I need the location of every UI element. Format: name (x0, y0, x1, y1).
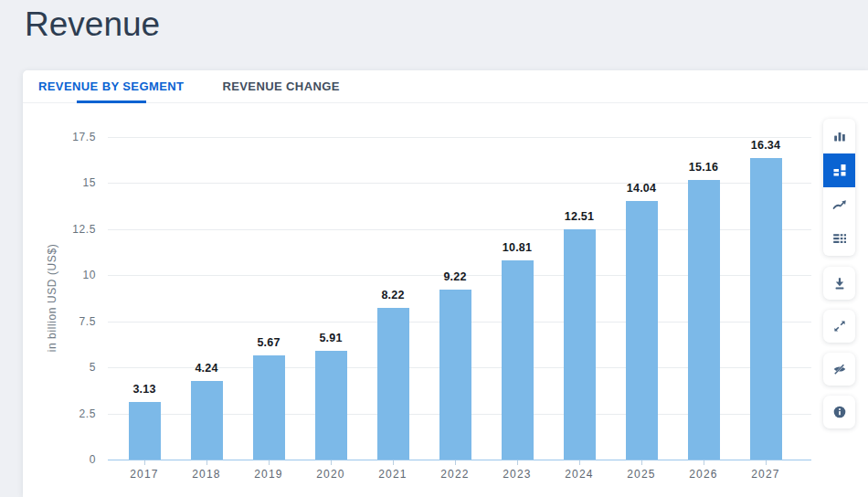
x-axis-tick (579, 460, 580, 465)
eye-off-icon (832, 362, 847, 376)
hide-data-button[interactable] (823, 353, 855, 386)
data-table-icon (832, 231, 847, 246)
page-title: Revenue (25, 5, 160, 44)
bar-2022[interactable] (439, 290, 471, 460)
bar-2020[interactable] (315, 351, 347, 460)
bar-2025[interactable] (626, 201, 658, 460)
x-axis-category-label: 2023 (486, 468, 548, 481)
x-axis-tick (455, 460, 456, 465)
segmented-chart-icon (832, 163, 847, 177)
bar-2027[interactable] (750, 158, 782, 460)
bar-2019[interactable] (253, 355, 285, 460)
chart-card: REVENUE BY SEGMENT REVENUE CHANGE 02.557… (23, 70, 868, 497)
bar-chart: 02.557.51012.51517.53.1320174.2420185.67… (23, 70, 868, 497)
bar-2024[interactable] (564, 229, 596, 460)
y-axis-tick-label: 12.5 (21, 223, 96, 236)
x-axis-category-label: 2017 (113, 468, 175, 481)
segmented-chart-button[interactable] (823, 153, 855, 188)
bar-value-label: 3.13 (117, 383, 172, 396)
x-axis-category-label: 2024 (548, 468, 610, 481)
bar-value-label: 5.91 (303, 332, 358, 344)
x-axis-tick (206, 460, 207, 465)
bar-2021[interactable] (377, 308, 409, 460)
info-button[interactable] (823, 396, 855, 428)
bar-value-label: 8.22 (365, 289, 420, 301)
bar-2023[interactable] (502, 260, 534, 460)
x-axis-tick (766, 460, 767, 465)
x-axis-category-label: 2025 (610, 468, 672, 481)
y-axis-tick-label: 15 (21, 176, 96, 189)
download-icon (832, 276, 847, 291)
x-axis-category-label: 2019 (238, 468, 300, 481)
y-axis-tick-label: 17.5 (21, 131, 96, 143)
x-axis-tick (393, 460, 394, 465)
bar-value-label: 4.24 (179, 362, 234, 375)
x-axis-category-label: 2018 (175, 468, 238, 481)
x-axis-category-label: 2021 (362, 468, 424, 481)
x-axis-tick (331, 460, 332, 465)
gridline (108, 137, 811, 138)
bar-value-label: 12.51 (552, 210, 607, 223)
column-chart-icon (832, 129, 847, 143)
y-axis-tick-label: 0 (21, 453, 96, 466)
download-button[interactable] (823, 267, 855, 300)
bar-value-label: 15.16 (676, 161, 731, 174)
fullscreen-button[interactable] (823, 310, 855, 343)
line-chart-button[interactable] (823, 187, 855, 222)
bar-value-label: 9.22 (428, 270, 482, 283)
info-icon (832, 405, 847, 419)
bar-2017[interactable] (129, 402, 161, 460)
x-axis-category-label: 2027 (735, 468, 797, 481)
x-axis-category-label: 2020 (300, 468, 362, 481)
line-chart-icon (832, 197, 847, 212)
x-axis-tick (704, 460, 704, 465)
y-axis-tick-label: 7.5 (21, 315, 96, 328)
y-axis-title: in billion USD (US$) (46, 234, 58, 362)
data-table-button[interactable] (823, 222, 855, 257)
x-axis-category-label: 2026 (672, 468, 735, 481)
x-axis-tick (517, 460, 518, 465)
bar-value-label: 10.81 (490, 241, 545, 254)
y-axis-tick-label: 5 (21, 361, 96, 374)
bar-2026[interactable] (688, 180, 720, 460)
column-chart-button[interactable] (823, 119, 855, 153)
bar-value-label: 5.67 (241, 336, 296, 349)
x-axis-tick (144, 460, 145, 465)
x-axis-line (108, 460, 811, 460)
bar-value-label: 14.04 (614, 182, 669, 195)
x-axis-tick (641, 460, 642, 465)
y-axis-tick-label: 10 (21, 269, 96, 281)
y-axis-tick-label: 2.5 (21, 407, 96, 420)
bar-2018[interactable] (191, 381, 223, 460)
bar-value-label: 16.34 (738, 139, 793, 152)
x-axis-category-label: 2022 (424, 468, 486, 481)
fullscreen-icon (832, 319, 847, 333)
x-axis-tick (269, 460, 270, 465)
chart-type-toolbar (823, 119, 855, 256)
